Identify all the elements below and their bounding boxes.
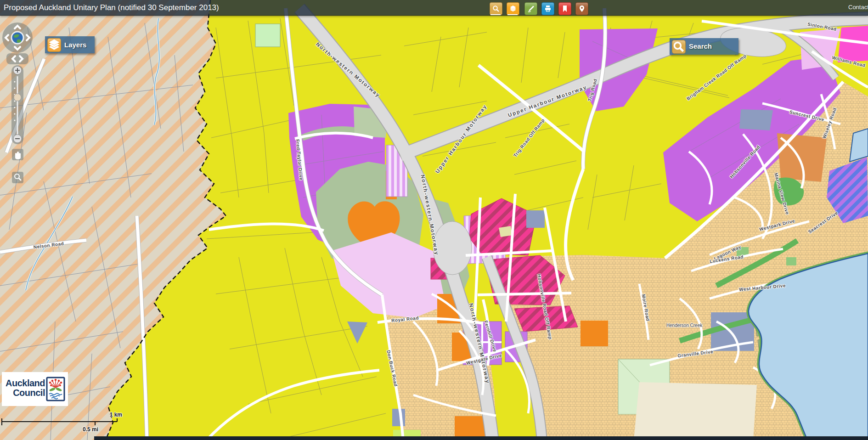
map-svg: [0, 0, 868, 440]
map-pin-icon: [578, 5, 586, 12]
map-canvas[interactable]: [0, 0, 868, 440]
page-title: Proposed Auckland Unitary Plan (notified…: [4, 0, 219, 15]
toolbar-locate-button[interactable]: [575, 2, 588, 15]
pan-rose[interactable]: [2, 23, 33, 53]
layers-panel-label: Layers: [64, 36, 86, 53]
bookmark-icon: [561, 5, 569, 12]
zoom-box-tool-button[interactable]: [12, 172, 23, 183]
extent-history-buttons[interactable]: [6, 53, 28, 64]
auckland-council-logo: Auckland Council: [2, 372, 68, 406]
pan-tool-button[interactable]: [12, 149, 23, 160]
toolbar-layers-button[interactable]: [507, 2, 519, 15]
layers-active-indicator: [507, 14, 518, 16]
search-active-indicator: [490, 14, 501, 16]
pen-icon: [527, 5, 535, 12]
contact-link[interactable]: Contact: [848, 0, 868, 14]
magnifier-icon: [492, 5, 500, 12]
printer-icon: [544, 5, 552, 12]
logo-text-line1: Auckland: [5, 378, 45, 388]
pohutukawa-logo-mark: [46, 377, 65, 401]
search-icon: [672, 40, 686, 54]
search-panel-header[interactable]: Search: [670, 38, 738, 55]
header-bar: Proposed Auckland Unitary Plan (notified…: [0, 0, 868, 16]
zoom-slider[interactable]: [11, 65, 23, 144]
layers-panel-header[interactable]: Layers: [45, 36, 95, 53]
zoom-slider-handle: [14, 94, 21, 101]
map-navigation-widget: [1, 18, 34, 211]
layers-icon: [509, 5, 517, 12]
map-viewer: North-western Motorway North-western Mot…: [0, 0, 868, 440]
toolbar-print-button[interactable]: [541, 2, 554, 15]
toolbar-draw-button[interactable]: [524, 2, 537, 15]
toolbar-bookmarks-button[interactable]: [558, 2, 571, 15]
bottom-panel-edge: [94, 436, 868, 440]
map-label-henderson-creek: Henderson Creek: [666, 323, 702, 328]
search-panel-label: Search: [689, 38, 712, 55]
layers-icon: [47, 38, 61, 52]
logo-text-line2: Council: [5, 388, 45, 398]
toolbar-search-button[interactable]: [490, 2, 502, 15]
